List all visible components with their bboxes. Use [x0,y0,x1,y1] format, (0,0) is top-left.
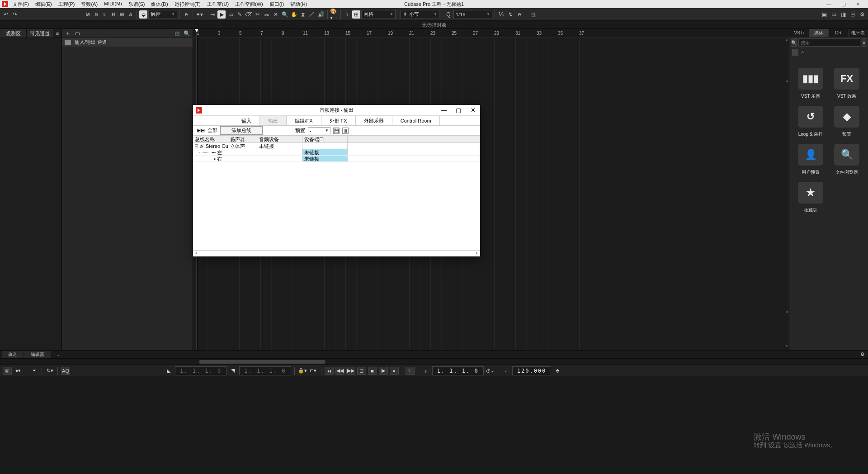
marker-icon[interactable]: ✶ [29,367,38,375]
dialog-maximize-icon[interactable]: ▢ [451,105,466,116]
snap-toggle-icon[interactable]: ⊞ [352,10,360,19]
punch-in-icon[interactable]: ◎ [3,367,12,375]
menu-workspace[interactable]: 工作空间(W) [232,0,266,8]
home-icon[interactable]: ⌂ [801,49,804,56]
media-tile-0[interactable]: ▮▮▮VST 乐器 [796,68,826,100]
bottom-tab-editor[interactable]: 编辑器 [24,351,51,358]
right-tab-2[interactable]: CR [829,29,849,37]
media-tile-4[interactable]: 👤用户预置 [796,144,826,175]
tool-e-icon[interactable]: e [182,10,190,19]
preset-save-icon[interactable]: 💾 [333,128,340,134]
tool-constrain-icon[interactable]: ⇥ [208,10,217,19]
quantize-icon[interactable]: Q [444,10,453,19]
right-tab-1[interactable]: 媒体 [809,29,829,37]
tool-glue-icon[interactable]: ⫘ [263,10,271,19]
minimize-icon[interactable]: — [826,1,831,7]
col-bus-name[interactable]: 总线名称 [193,136,228,142]
rewind-icon[interactable]: ◀◀ [335,367,344,375]
search-input[interactable] [798,38,860,47]
search-icon[interactable]: 🔍 [791,38,797,47]
right-tab-0[interactable]: VSTi [789,29,809,37]
track-find-icon[interactable]: 🔍 [183,29,191,38]
bus-row-stereo[interactable]: −🔊Stereo Out 立体声 未链接 [193,143,480,149]
secondary-format-icon[interactable]: ⏱▾ [486,367,495,375]
dialog-tab-3[interactable]: 外部 FX [321,116,356,125]
menu-file[interactable]: 文件(F) [10,0,32,8]
dialog-tab-4[interactable]: 外部乐器 [355,116,392,125]
dialog-tab-5[interactable]: Control Room [392,116,440,125]
menu-project[interactable]: 工程(P) [56,0,78,8]
tool-line-icon[interactable]: ／ [308,10,316,19]
h-scrollbar[interactable] [0,358,868,365]
tool-zoom-icon[interactable]: 🔍 [281,10,289,19]
media-tile-2[interactable]: ↺Loop & 采样 [796,106,826,137]
port-left-cell[interactable]: 未链接 [302,149,348,155]
stop-icon[interactable]: ■ [368,367,377,375]
menu-window[interactable]: 窗口(I) [267,0,287,8]
record-mode-icon[interactable]: ●▾ [14,367,23,375]
left-tab-menu-icon[interactable]: ≡ [53,29,61,38]
bus-row-right[interactable]: ⊸ 右 未链接 [193,156,480,162]
tool-warp-icon[interactable]: ⧗ [299,10,307,19]
read-button[interactable]: R [110,12,117,17]
menu-help[interactable]: 帮助(H) [288,0,310,8]
menu-transport[interactable]: 运行控制(T) [172,0,203,8]
punch-points-icon[interactable]: 🔒▾ [298,367,307,375]
preset-select[interactable]: -▼ [308,127,330,134]
goto-start-icon[interactable]: ⏮ [325,367,334,375]
tool-misc1-icon[interactable]: ⅟ₓ [497,10,505,19]
right-locator-display[interactable]: 1. 1. 1. 0 [239,366,291,375]
expand-all-icon[interactable]: ⊞⊟ [197,128,205,133]
automation-mode-select[interactable]: 触控▼ [148,10,177,19]
left-tab-visibility[interactable]: 可见通道 [27,29,53,38]
left-tab-inspector[interactable]: 观测区 [0,29,27,38]
locator-l-icon[interactable]: ◣ [164,367,173,375]
redo-icon[interactable]: ↷ [11,10,19,19]
rack-toggle-icon[interactable] [792,49,798,56]
media-tile-6[interactable]: ★收藏夹 [796,182,826,213]
settings-icon[interactable]: ⚙ [858,10,866,19]
menu-media[interactable]: 媒体(D) [148,0,170,8]
tool-range-icon[interactable]: ▭ [226,10,235,19]
mute-button[interactable]: M [84,12,91,17]
tool-misc4-icon[interactable]: ▤ [528,10,537,19]
color-picker-icon[interactable]: 🎨▾ [330,10,338,19]
quantize-select[interactable]: 1/16▼ [453,10,492,19]
timeline-ruler[interactable]: 135791113151719212325272931333537 [193,29,789,38]
tempo-display[interactable]: 120.000 [512,366,552,375]
listen-button[interactable]: L [101,12,108,17]
tool-comp-icon[interactable]: ✋ [290,10,298,19]
media-tile-5[interactable]: 🔍文件浏览器 [832,144,862,175]
write-button[interactable]: W [118,12,126,17]
cycle-mode-icon[interactable]: ↻▾ [45,367,54,375]
search-clear-icon[interactable]: ✕ [862,38,866,47]
tool-draw-icon[interactable]: ✎ [236,10,244,19]
bottom-tab-tracks[interactable]: 轨道 [2,351,24,358]
dialog-tab-0[interactable]: 输入 [233,116,260,125]
close-icon[interactable]: ✕ [856,1,860,7]
preset-delete-icon[interactable]: 🗑 [342,128,349,134]
tap-tempo-icon[interactable]: ⬘ [553,367,562,375]
left-locator-display[interactable]: 1. 1. 1. 0 [175,366,226,375]
automation-mode-icon[interactable]: ⬙ [139,10,147,19]
menu-edit[interactable]: 编辑(E) [33,0,55,8]
play-icon[interactable]: ▶ [379,367,388,375]
tool-misc2-icon[interactable]: ↯ [506,10,514,19]
menu-midi[interactable]: MIDI(M) [101,0,125,8]
auto-button[interactable]: A [127,12,134,17]
dialog-minimize-icon[interactable]: — [437,105,451,116]
layout4-icon[interactable]: ⊟ [849,10,857,19]
forward-icon[interactable]: ▶▶ [346,367,355,375]
snap-zero-icon[interactable]: ⟟ [343,10,351,19]
dialog-tab-2[interactable]: 编组/FX [286,116,321,125]
h-scroll-thumb[interactable] [199,360,326,364]
menu-studio[interactable]: 工作室(U) [204,0,231,8]
tool-mute-icon[interactable]: ✕ [272,10,280,19]
media-tile-1[interactable]: FXVST 效果 [832,68,862,100]
position-display[interactable]: 1. 1. 1. 0 [432,366,484,375]
layout3-icon[interactable]: ◨ [839,10,847,19]
media-tile-3[interactable]: ◆预置 [832,106,862,137]
retro-record-icon[interactable]: ↻ [406,367,415,375]
marker-bottom-icon[interactable]: ▴ [786,343,788,347]
bus-row-left[interactable]: ⊸ 左 未链接 [193,149,480,156]
